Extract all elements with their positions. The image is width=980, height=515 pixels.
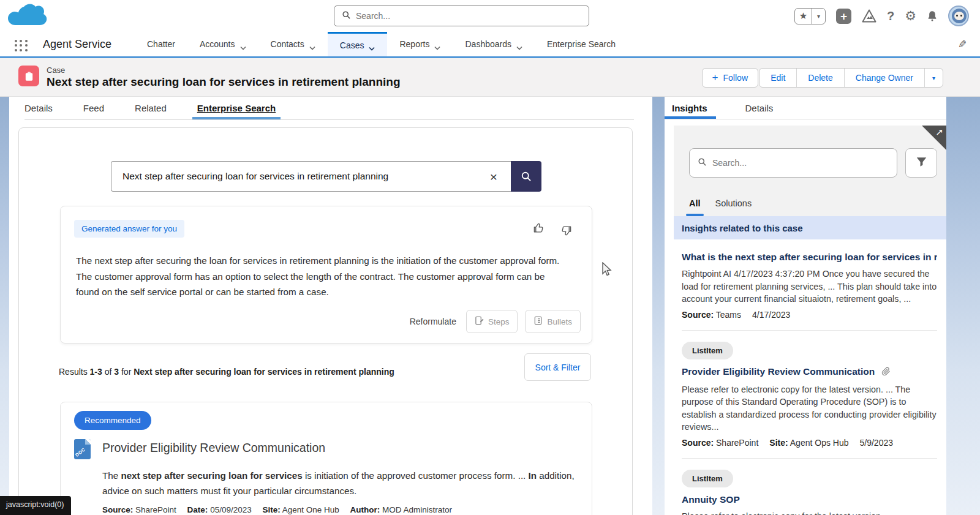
- insight-title-link[interactable]: What is the next step after securing loa…: [682, 252, 937, 263]
- search-icon: [342, 10, 351, 22]
- favorites-caret-icon[interactable]: ▾: [812, 9, 825, 24]
- change-owner-button[interactable]: Change Owner: [844, 69, 924, 87]
- enterprise-search-card: × Generated answer for you The next step…: [18, 127, 633, 515]
- recommended-badge: Recommended: [74, 411, 151, 430]
- insights-search-input[interactable]: [712, 158, 884, 168]
- app-launcher-icon[interactable]: [15, 40, 28, 51]
- nav-tab-dashboards[interactable]: Dashboards: [453, 32, 535, 56]
- trailhead-icon[interactable]: [862, 9, 876, 23]
- setup-gear-icon[interactable]: ⚙: [905, 9, 916, 23]
- global-header: ★ ▾ + ? ⚙: [0, 0, 980, 32]
- main-column: Details Feed Related Enterprise Search ×…: [9, 97, 652, 515]
- generated-answer-badge: Generated answer for you: [74, 220, 184, 238]
- tab-related[interactable]: Related: [135, 97, 167, 119]
- delete-button[interactable]: Delete: [796, 69, 843, 87]
- global-search-input[interactable]: [356, 11, 558, 21]
- panel-tab-divider: [665, 119, 946, 119]
- salesforce-logo-icon: [7, 2, 48, 32]
- nav-tab-accounts[interactable]: Accounts: [187, 32, 258, 56]
- page-title: Next step after securing loan for servic…: [47, 75, 401, 89]
- tab-enterprise-search[interactable]: Enterprise Search: [197, 97, 276, 119]
- edit-nav-pencil-icon[interactable]: ✎: [958, 38, 967, 51]
- insight-meta: Source: SharePointSite: Agent Ops Hub5/9…: [682, 438, 937, 448]
- filter-button[interactable]: [905, 148, 937, 178]
- insight-snippet: Rightpoint AI 4/17/2023 4:37:20 PM Once …: [682, 268, 937, 306]
- divider: [682, 330, 937, 331]
- list-item: ListItem Provider Eligibility Review Com…: [682, 342, 937, 448]
- tab-details[interactable]: Details: [24, 97, 53, 119]
- result-snippet: The next step after securing loan for se…: [102, 468, 576, 498]
- chevron-down-icon: [369, 43, 375, 47]
- global-actions-icon[interactable]: +: [836, 9, 851, 24]
- steps-button[interactable]: Steps: [466, 310, 518, 333]
- filter-funnel-icon: [916, 157, 927, 170]
- query-bar: ×: [111, 161, 541, 192]
- query-input[interactable]: [123, 171, 488, 182]
- recommended-result-card: Recommended DOC Provider Eligibility Rev…: [60, 402, 592, 515]
- filter-tab-all[interactable]: All: [689, 190, 701, 216]
- nav-tab-reports[interactable]: Reports: [387, 32, 453, 56]
- insights-side-panel: Insights Details ↗ All Solutions Insight…: [665, 97, 946, 515]
- chevron-down-icon: [309, 42, 315, 47]
- app-nav-bar: Agent Service Chatter Accounts Contacts …: [0, 32, 980, 58]
- bullets-button[interactable]: Bullets: [525, 310, 581, 333]
- panel-tab-details[interactable]: Details: [745, 97, 774, 119]
- insight-snippet: Please refer to electronic copy for the …: [682, 383, 937, 434]
- sort-filter-button[interactable]: Sort & Filter: [524, 353, 591, 381]
- more-actions-caret[interactable]: ▾: [924, 69, 943, 87]
- clear-query-icon[interactable]: ×: [488, 170, 500, 183]
- favorites-star-icon[interactable]: ★: [795, 9, 812, 24]
- mouse-cursor: [600, 262, 614, 279]
- user-avatar[interactable]: [948, 6, 969, 26]
- nav-tab-enterprise-search[interactable]: Enterprise Search: [535, 32, 628, 56]
- follow-button[interactable]: + Follow: [702, 68, 758, 88]
- app-name: Agent Service: [43, 38, 111, 51]
- listitem-badge: ListItem: [682, 342, 733, 359]
- help-icon[interactable]: ?: [887, 9, 894, 23]
- status-bar-link-preview: javascript:void(0): [0, 496, 71, 515]
- edit-button[interactable]: Edit: [760, 69, 796, 87]
- result-meta: Source: SharePoint Date: 05/09/2023 Site…: [102, 505, 452, 514]
- panel-tab-insights[interactable]: Insights: [672, 97, 707, 119]
- results-query: Next step after securing loan for servic…: [134, 367, 394, 377]
- insight-title-link[interactable]: Annuity SOP: [682, 494, 937, 505]
- list-item: ListItem Annuity SOP Please refer to ele…: [682, 470, 937, 515]
- thumbs-up-icon[interactable]: [533, 222, 545, 236]
- nav-tab-cases[interactable]: Cases: [328, 32, 388, 56]
- insight-snippet: Please refer to electronic copy for the …: [682, 510, 937, 515]
- nav-tab-chatter[interactable]: Chatter: [135, 32, 187, 56]
- reformulate-label[interactable]: Reformulate: [410, 317, 456, 326]
- result-title[interactable]: Provider Eligibility Review Communicatio…: [102, 441, 325, 455]
- insights-panel-body: ↗ All Solutions Insights related to this…: [674, 126, 946, 515]
- chevron-down-icon: [240, 42, 246, 47]
- bullets-icon: [533, 316, 543, 327]
- notifications-bell-icon[interactable]: [927, 10, 938, 23]
- generated-answer-card: Generated answer for you The next step a…: [60, 206, 592, 344]
- record-action-group: Edit Delete Change Owner ▾: [759, 68, 943, 88]
- doc-file-icon: DOC: [74, 439, 91, 459]
- chevron-down-icon: [434, 42, 440, 47]
- list-item: What is the next step after securing loa…: [682, 252, 937, 320]
- steps-icon: [475, 316, 484, 327]
- nav-tab-contacts[interactable]: Contacts: [258, 32, 328, 56]
- plus-icon: +: [712, 72, 718, 84]
- insights-banner: Insights related to this case: [674, 216, 946, 239]
- listitem-badge: ListItem: [682, 470, 733, 487]
- insights-search-box[interactable]: [689, 148, 897, 178]
- submit-search-button[interactable]: [511, 161, 541, 192]
- favorites-button[interactable]: ★ ▾: [794, 8, 826, 24]
- case-record-header: Case Next step after securing loan for s…: [0, 58, 980, 97]
- tab-divider: [24, 119, 634, 120]
- case-object-icon: [18, 66, 39, 86]
- expand-panel-button[interactable]: ↗: [922, 126, 946, 150]
- tab-feed[interactable]: Feed: [83, 97, 104, 119]
- object-label: Case: [47, 66, 65, 75]
- insight-title-link[interactable]: Provider Eligibility Review Communicatio…: [682, 366, 937, 378]
- divider: [682, 458, 937, 459]
- chevron-down-icon: [516, 42, 522, 47]
- generated-answer-text: The next step after securing the loan fo…: [76, 253, 570, 300]
- insights-list: What is the next step after securing loa…: [674, 239, 946, 515]
- filter-tab-solutions[interactable]: Solutions: [715, 190, 752, 216]
- thumbs-down-icon[interactable]: [560, 222, 572, 236]
- global-search-box[interactable]: [334, 6, 589, 26]
